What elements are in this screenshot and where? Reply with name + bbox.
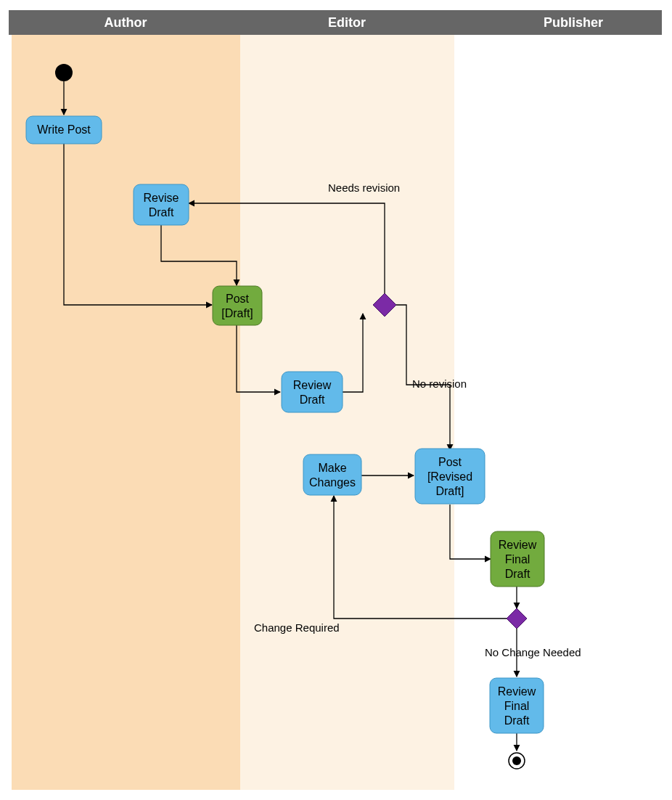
node-review-final-b-label1: Review (498, 685, 536, 698)
node-review-draft-label1: Review (293, 379, 332, 391)
node-revise-draft (134, 184, 189, 225)
edge-label-needs-revision: Needs revision (328, 181, 400, 194)
edge-postrevised-reviewfinal (450, 505, 491, 559)
lane-author-label: Author (105, 15, 147, 30)
node-make-changes-label2: Changes (309, 476, 356, 489)
node-review-final-b-label3: Draft (504, 714, 530, 727)
node-post-revised-label2: [Revised (427, 470, 472, 483)
node-revise-draft-label2: Draft (149, 206, 174, 219)
start-node (55, 64, 73, 81)
node-review-final-b-label2: Final (504, 700, 530, 712)
node-review-draft-label2: Draft (300, 393, 325, 406)
node-post-revised-label3: Draft] (435, 485, 464, 497)
end-node-inner (512, 756, 521, 765)
lane-editor-bg (240, 35, 454, 790)
node-review-final-a-label3: Draft (505, 568, 530, 580)
node-review-final-a-label1: Review (499, 539, 537, 551)
lane-publisher-label: Publisher (544, 15, 603, 30)
edge-label-no-change: No Change Needed (485, 646, 581, 658)
node-post-revised-label1: Post (438, 456, 462, 468)
node-post-draft-label2: [Draft] (221, 307, 253, 319)
node-make-changes (303, 454, 361, 495)
node-make-changes-label1: Make (318, 462, 346, 474)
activity-diagram: Author Editor Publisher Needs revision N… (0, 0, 672, 800)
edge-label-change-required: Change Required (254, 621, 340, 634)
node-write-post-label: Write Post (37, 123, 91, 136)
node-review-draft (282, 372, 343, 412)
node-revise-draft-label1: Revise (144, 192, 179, 204)
edge-label-no-revision: No revision (412, 377, 467, 390)
node-post-draft-label1: Post (226, 293, 250, 305)
node-review-final-a-label2: Final (505, 553, 530, 566)
lane-editor-label: Editor (328, 15, 366, 30)
decision-change (507, 608, 527, 629)
lane-author-bg (12, 35, 240, 790)
